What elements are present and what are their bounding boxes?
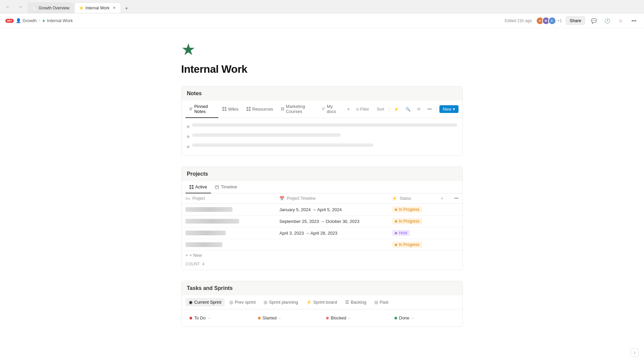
project-name-cell-1[interactable] [181,204,275,216]
svg-rect-18 [190,185,191,187]
sprint-tab-backlog[interactable]: ☰ Backlog [342,298,370,306]
grid-icon-wikis [222,107,226,111]
blocked-count: – [348,316,351,320]
project-name-blur-1 [185,207,232,212]
project-name-blur-3 [185,231,226,235]
table-row[interactable]: January 5, 2024 → April 5, 2024 In Progr… [181,204,463,216]
notes-tab-wikis-label: Wikis [228,107,238,112]
notes-tab-pinned[interactable]: Pinned Notes [185,101,218,118]
col-more-header[interactable]: ••• [450,193,463,204]
tab-close-button[interactable]: ✕ [111,5,117,11]
add-icon: + [185,253,188,258]
notes-tab-mydocs-label: My docs [327,104,339,114]
started-count: – [278,316,281,320]
table-row[interactable]: In Progress [181,239,463,251]
notes-add-tab[interactable]: + [343,103,354,116]
done-dot [394,317,397,319]
project-status-cell-2: In Progress [388,216,437,227]
more-notes-button[interactable]: ••• [425,106,434,113]
notes-new-button[interactable]: New ▾ [439,105,459,113]
grid-icon-marketing [281,107,284,111]
tab-growth-overview[interactable]: 📄 Growth Overview [28,2,74,13]
search-icon-button[interactable]: 🔍 [404,106,413,113]
kanban-col-header-todo: To Do – [188,313,251,322]
tab-internal-work[interactable]: ⭐ Internal Work ✕ [74,2,121,13]
kanban-col-started: Started – [254,313,322,322]
board-icon: ⚡ [306,300,312,305]
col-project-header[interactable]: Aa Project [181,193,275,204]
project-name-blur-4 [185,242,222,247]
loading-bar-1 [192,123,457,127]
col-status-header[interactable]: ⚡ Status [388,193,437,204]
refresh-icon-button[interactable]: ⟳ [415,106,423,113]
page-icon[interactable]: ★ [181,42,463,58]
projects-tab-active[interactable]: Active [185,181,211,193]
notes-tab-pinned-label: Pinned Notes [194,104,214,114]
sprint-tab-board[interactable]: ⚡ Sprint board [303,298,340,306]
planning-label: Sprint planning [269,300,298,305]
svg-rect-0 [190,108,193,108]
started-label: Started [263,315,277,320]
table-row[interactable]: April 3, 2023 → April 28, 2023 Hold [181,227,463,239]
sprint-tab-past[interactable]: ◎ Past [371,298,392,306]
project-add-2 [437,216,450,227]
comment-icon[interactable]: 💬 [589,16,598,25]
share-button[interactable]: Share [566,16,585,25]
notes-tabs-bar: Pinned Notes Wikis Resources Marketing C… [181,101,463,118]
notes-tab-resources[interactable]: Resources [243,103,277,116]
new-tab-button[interactable]: + [122,4,131,13]
more-options-icon[interactable]: ••• [629,16,639,25]
todo-dot [190,317,192,319]
toolbar-divider-1 [389,107,389,112]
sprint-tab-prev[interactable]: ◎ Prev sprint [226,298,259,306]
todo-count: – [208,316,210,320]
kanban-col-header-done: Done – [393,313,456,322]
breadcrumb-growth[interactable]: 👤 Growth [16,18,37,23]
status-dot-2 [395,220,397,223]
project-add-4 [437,239,450,251]
breadcrumb-internal-work[interactable]: ★ Internal Work [42,18,73,23]
svg-rect-16 [322,109,325,109]
avatar-3[interactable]: C [548,17,556,25]
notes-tab-marketing[interactable]: Marketing Courses [277,101,318,118]
bookmark-icon[interactable]: ☆ [616,16,625,25]
kanban-col-header-started: Started – [257,313,320,322]
svg-rect-15 [322,108,325,108]
count-label: COUNT [185,262,200,266]
projects-tab-timeline[interactable]: Timeline [211,181,241,193]
svg-rect-3 [222,107,224,109]
status-badge-4: In Progress [392,242,422,248]
notes-tab-mydocs[interactable]: My docs [318,101,343,118]
table-row[interactable]: September 25, 2023 → October 30, 2023 In… [181,216,463,227]
notes-tab-wikis[interactable]: Wikis [218,103,243,116]
project-timeline-cell-4 [275,239,388,251]
list-icon [190,107,193,111]
forward-button[interactable]: → [15,2,25,11]
notes-filter-label: Filter [360,107,369,112]
lightning-icon-button[interactable]: ⚡ [392,106,401,113]
project-name-cell-4[interactable] [181,239,275,251]
back-button[interactable]: ← [3,2,13,11]
notes-filter-button[interactable]: ⊙ Filter [354,106,371,113]
sprint-tab-planning[interactable]: ◎ Sprint planning [260,298,302,306]
topbar-right: Edited 21h ago A B C +1 Share 💬 🕐 ☆ ••• [505,16,639,25]
calendar-icon [215,185,219,189]
project-name-cell-3[interactable] [181,227,275,239]
kanban-col-todo: To Do – [185,313,254,322]
breadcrumb: 99+ 👤 Growth / ★ Internal Work [5,18,73,23]
planning-icon: ◎ [264,300,267,305]
prev-sprint-label: Prev sprint [235,300,256,305]
notes-sort-button[interactable]: Sort [374,106,386,113]
svg-rect-12 [283,107,284,109]
col-timeline-header[interactable]: 📅 Project Timeline [275,193,388,204]
sprint-tab-current[interactable]: ◉ Current Sprint [185,298,225,306]
project-name-cell-2[interactable] [181,216,275,227]
history-icon[interactable]: 🕐 [602,16,612,25]
past-icon: ◎ [374,300,378,305]
count-value: 4 [202,262,205,266]
breadcrumb-internal-work-label: Internal Work [47,18,73,23]
add-new-project-button[interactable]: + + New [181,251,463,260]
col-add-header[interactable]: + [437,193,450,204]
notes-new-label: New [443,107,451,112]
grid-icon-resources [247,107,251,111]
